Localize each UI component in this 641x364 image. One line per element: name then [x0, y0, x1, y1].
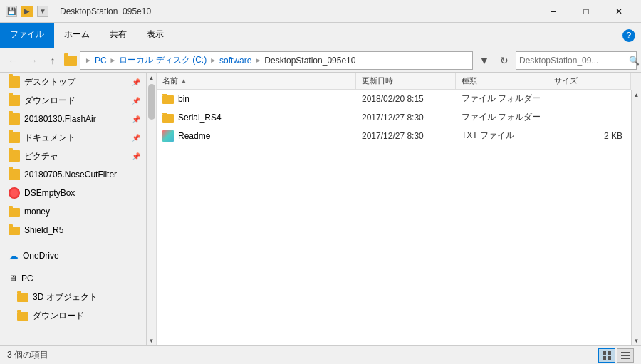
- breadcrumb-software[interactable]: software: [219, 56, 251, 66]
- help-button[interactable]: ?: [622, 29, 635, 42]
- sidebar-label-flashair: 20180130.FlashAir: [24, 114, 96, 124]
- sidebar-label-money: money: [24, 207, 50, 217]
- close-button[interactable]: ✕: [603, 0, 635, 23]
- file-row-readme[interactable]: Readme 2017/12/27 8:30 TXT ファイル 2 KB: [157, 127, 631, 145]
- file-scrollbar[interactable]: ▲ ▼: [631, 90, 641, 345]
- col-header-name[interactable]: 名前 ▲: [157, 73, 356, 89]
- sidebar-item-onedrive[interactable]: ☁ OneDrive: [0, 246, 146, 265]
- maximize-button[interactable]: □: [570, 0, 603, 23]
- sidebar-item-desktop[interactable]: デスクトップ 📌: [0, 73, 146, 91]
- file-date-bin: 2018/02/20 8:15: [356, 94, 456, 104]
- view-list-button[interactable]: [617, 348, 634, 363]
- folder-icon: [9, 227, 20, 235]
- scroll-thumb[interactable]: [148, 84, 155, 120]
- file-scroll-down[interactable]: ▼: [632, 336, 642, 345]
- sidebar-item-pictures[interactable]: ピクチャ 📌: [0, 147, 146, 165]
- col-header-type[interactable]: 種類: [456, 73, 548, 89]
- sidebar-label-download: ダウンロード: [24, 95, 75, 107]
- folder-icon: [9, 169, 20, 180]
- tab-home[interactable]: ホーム: [54, 23, 100, 48]
- file-row-bin[interactable]: bin 2018/02/20 8:15 ファイル フォルダー: [157, 90, 631, 108]
- sidebar-item-flashair[interactable]: 20180130.FlashAir 📌: [0, 110, 146, 128]
- sidebar-label-dsemptybox: DSEmptyBox: [24, 188, 75, 198]
- tab-share[interactable]: 共有: [100, 23, 137, 48]
- svg-rect-3: [608, 356, 611, 360]
- folder-icon: [9, 132, 20, 143]
- folder-icon-serial: [162, 114, 174, 123]
- search-icon: 🔍: [629, 56, 640, 66]
- sidebar: デスクトップ 📌 ダウンロード 📌 20180130.FlashAir 📌 ドキ…: [0, 73, 157, 345]
- breadcrumb-drive[interactable]: ローカル ディスク (C:): [119, 54, 207, 66]
- tab-file[interactable]: ファイル: [0, 23, 54, 48]
- breadcrumb-sep3: ►: [254, 56, 261, 64]
- sidebar-content: デスクトップ 📌 ダウンロード 📌 20180130.FlashAir 📌 ドキ…: [0, 73, 146, 345]
- pin-icon-download: 📌: [132, 97, 140, 105]
- sidebar-label-3d: 3D オブジェクト: [33, 291, 98, 303]
- search-input[interactable]: [519, 56, 626, 66]
- breadcrumb-arrow: ►: [85, 56, 92, 64]
- spacer: [0, 239, 146, 246]
- readme-icon: [162, 130, 174, 142]
- sidebar-item-shield[interactable]: Shield_R5: [0, 221, 146, 239]
- sidebar-item-download[interactable]: ダウンロード 📌: [0, 91, 146, 110]
- ds-icon: [9, 187, 20, 199]
- file-date-serial: 2017/12/27 8:30: [356, 113, 456, 123]
- refresh-button[interactable]: ↻: [496, 52, 513, 69]
- forward-button[interactable]: →: [24, 52, 41, 69]
- sidebar-label-pictures: ピクチャ: [24, 150, 58, 162]
- file-area: 名前 ▲ 更新日時 種類 サイズ bin 2018/02/20 8:15: [157, 73, 631, 345]
- folder-icon: [9, 113, 20, 125]
- sidebar-item-pc[interactable]: 🖥 PC: [0, 269, 146, 288]
- col-header-size[interactable]: サイズ: [548, 73, 631, 89]
- sidebar-item-documents[interactable]: ドキュメント 📌: [0, 128, 146, 147]
- sidebar-item-3d[interactable]: 3D オブジェクト: [0, 288, 146, 306]
- folder-icon: [9, 208, 20, 217]
- sidebar-item-nosecutfilter[interactable]: 20180705.NoseCutFilter: [0, 165, 146, 184]
- status-bar: 3 個の項目: [0, 345, 641, 364]
- sidebar-item-money[interactable]: money: [0, 202, 146, 221]
- save-icon: 💾: [6, 6, 17, 17]
- back-button[interactable]: ←: [4, 52, 21, 69]
- svg-rect-0: [603, 351, 606, 355]
- sidebar-label-pc: PC: [21, 274, 33, 284]
- file-type-serial: ファイル フォルダー: [456, 111, 548, 123]
- view-buttons: [598, 348, 634, 363]
- svg-rect-6: [621, 358, 630, 359]
- sidebar-label-onedrive: OneDrive: [23, 251, 59, 261]
- svg-rect-2: [603, 356, 606, 360]
- tab-view[interactable]: 表示: [137, 23, 174, 48]
- breadcrumb-pc[interactable]: PC: [95, 56, 107, 66]
- breadcrumb[interactable]: ► PC ► ローカル ディスク (C:) ► software ► Deskt…: [80, 51, 473, 70]
- minimize-button[interactable]: –: [537, 0, 570, 23]
- file-list-header: 名前 ▲ 更新日時 種類 サイズ: [157, 73, 631, 90]
- filename-readme: Readme: [178, 131, 210, 141]
- ribbon: ファイル ホーム 共有 表示 ?: [0, 23, 641, 48]
- filename-bin: bin: [178, 94, 189, 104]
- search-box[interactable]: 🔍: [516, 51, 637, 70]
- dropdown-icon[interactable]: ▼: [37, 6, 48, 17]
- folder-icon: [17, 293, 28, 302]
- file-date-readme: 2017/12/27 8:30: [356, 131, 456, 141]
- file-row-serial[interactable]: Serial_RS4 2017/12/27 8:30 ファイル フォルダー: [157, 108, 631, 127]
- title-bar: 💾 ▶ ▼ DesktopStation_095e10 – □ ✕: [0, 0, 641, 23]
- folder-icon: [9, 95, 20, 106]
- sidebar-scrollbar[interactable]: ▲ ▼: [146, 73, 156, 345]
- scroll-down-button[interactable]: ▼: [147, 336, 157, 345]
- item-count: 3 個の項目: [7, 349, 48, 361]
- up-button[interactable]: ↑: [44, 52, 61, 69]
- sidebar-label-nosecutfilter: 20180705.NoseCutFilter: [24, 170, 117, 180]
- dropdown-path-button[interactable]: ▼: [476, 52, 493, 69]
- col-header-date[interactable]: 更新日時: [356, 73, 456, 89]
- sidebar-label-desktop: デスクトップ: [24, 76, 75, 88]
- view-grid-button[interactable]: [598, 348, 615, 363]
- pin-icon-pictures: 📌: [132, 152, 140, 160]
- folder-icon: [9, 76, 20, 88]
- svg-rect-5: [621, 355, 630, 356]
- scroll-up-button[interactable]: ▲: [147, 73, 157, 83]
- breadcrumb-current[interactable]: DesktopStation_095e10: [264, 56, 355, 66]
- pin-icon-flashair: 📌: [132, 115, 140, 123]
- sidebar-item-download2[interactable]: ダウンロード: [0, 306, 146, 325]
- folder-icon: [9, 150, 20, 162]
- sidebar-item-dsemptybox[interactable]: DSEmptyBox: [0, 184, 146, 202]
- file-scroll-up[interactable]: ▲: [632, 90, 642, 100]
